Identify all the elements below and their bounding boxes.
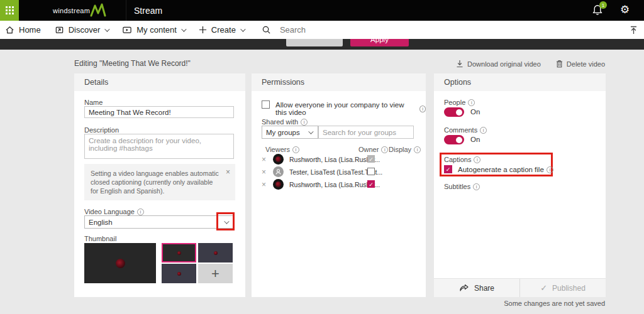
- waffle-icon: [6, 6, 14, 14]
- share-button[interactable]: Share: [434, 279, 519, 297]
- info-icon: [414, 146, 421, 153]
- remove-viewer-icon[interactable]: [262, 181, 266, 188]
- video-frame-logo: [177, 272, 181, 276]
- details-panel: Details Name Description Setting a video…: [74, 73, 245, 297]
- name-label: Name: [84, 99, 103, 106]
- permissions-panel-title: Permissions: [252, 73, 426, 91]
- viewers-column-header: Viewers: [265, 146, 299, 153]
- plus-icon: [199, 26, 207, 34]
- select-chevron-zone[interactable]: [218, 216, 233, 228]
- delete-video-link[interactable]: Delete video: [556, 60, 605, 68]
- trash-icon: [556, 60, 563, 68]
- nav-discover[interactable]: Discover: [55, 25, 109, 35]
- scroll-to-top-button[interactable]: [629, 25, 638, 38]
- avatar: [273, 179, 284, 190]
- video-frame-logo: [214, 251, 218, 255]
- search-box[interactable]: Search: [262, 25, 306, 35]
- delete-link-label: Delete video: [567, 60, 605, 68]
- settings-gear-button[interactable]: ⚙: [620, 3, 630, 17]
- allow-everyone-label-text: Allow everyone in your company to view t…: [275, 101, 417, 116]
- share-icon: [459, 284, 469, 293]
- people-toggle-on[interactable]: [444, 107, 464, 117]
- page-title: Editing "Meeting That We Record!": [74, 59, 191, 68]
- select-chevron-zone[interactable]: [303, 126, 318, 138]
- home-icon: [5, 25, 14, 35]
- people-label: People: [444, 99, 475, 106]
- permissions-panel: Permissions Allow everyone in your compa…: [252, 73, 426, 297]
- unsaved-changes-note: Some changes are not yet saved: [504, 300, 605, 307]
- close-icon[interactable]: [226, 167, 230, 177]
- autogenerate-caption-label-text: Autogenerate a caption file: [458, 166, 544, 173]
- shared-with-label: Shared with: [262, 118, 308, 126]
- published-button-label: Published: [552, 284, 586, 293]
- comments-label-text: Comments: [444, 126, 477, 134]
- thumbnail-preview[interactable]: [84, 243, 156, 283]
- nav-home[interactable]: Home: [5, 25, 41, 35]
- windstream-logo-text: windstream: [53, 7, 90, 14]
- search-placeholder: Search: [280, 25, 306, 35]
- comments-toggle-on[interactable]: [444, 135, 464, 144]
- subtitles-label: Subtitles: [444, 183, 480, 190]
- description-textarea[interactable]: [84, 134, 234, 159]
- video-frame-logo: [116, 259, 125, 268]
- nav-create[interactable]: Create: [199, 25, 244, 35]
- group-search-input[interactable]: [318, 126, 414, 139]
- allow-everyone-label: Allow everyone in your company to view t…: [275, 101, 426, 116]
- details-panel-title: Details: [74, 73, 245, 91]
- windstream-logo[interactable]: windstream: [53, 0, 108, 21]
- apply-button[interactable]: Apply: [350, 39, 409, 46]
- chevron-down-icon: [224, 219, 229, 224]
- people-toggle-state: On: [470, 108, 480, 116]
- autogenerate-caption-checkbox[interactable]: [444, 165, 452, 173]
- info-icon: [301, 119, 308, 126]
- thumbnail-label: Thumbnail: [84, 235, 116, 242]
- top-app-bar: windstream Stream 1 ⚙: [0, 0, 644, 21]
- editor-action-bar: Apply: [0, 39, 644, 50]
- chevron-down-icon: [181, 26, 186, 31]
- allow-everyone-checkbox[interactable]: [262, 100, 270, 109]
- upload-custom-thumbnail-button[interactable]: [198, 264, 233, 283]
- download-link-label: Download original video: [467, 60, 541, 68]
- owner-header-text: Owner: [358, 146, 379, 153]
- video-language-label-text: Video Language: [84, 208, 135, 215]
- video-content-icon: [122, 25, 132, 35]
- owner-checkbox[interactable]: [367, 168, 375, 175]
- info-icon: [292, 146, 299, 153]
- chevron-down-icon: [104, 26, 109, 31]
- video-frame-logo: [177, 251, 181, 255]
- owner-checkbox-checked[interactable]: [367, 180, 375, 188]
- windstream-wave-icon: [90, 3, 108, 18]
- info-icon: [419, 106, 426, 112]
- remove-viewer-icon[interactable]: [262, 168, 266, 176]
- video-language-select[interactable]: English: [84, 215, 234, 229]
- nav-discover-label: Discover: [69, 25, 101, 35]
- thumbnail-option-3[interactable]: [162, 264, 196, 283]
- viewer-row: Rushworth, Lisa (Lisa.Rushw...: [252, 154, 426, 166]
- nav-home-label: Home: [19, 25, 41, 35]
- published-button[interactable]: ✓ Published: [520, 279, 606, 297]
- video-language-value: English: [89, 219, 113, 226]
- viewer-row: Tester, LisaTest (LisaTest.Test...: [252, 166, 426, 179]
- nav-my-content[interactable]: My content: [122, 25, 185, 35]
- name-input[interactable]: [84, 106, 234, 118]
- options-panel: Options People On Comments On Captions A…: [434, 73, 606, 297]
- remove-viewer-icon[interactable]: [262, 156, 266, 163]
- video-language-label: Video Language: [84, 208, 144, 215]
- app-launcher-button[interactable]: [0, 0, 19, 21]
- share-group-type-value: My groups: [266, 129, 300, 136]
- gray-action-button[interactable]: [286, 39, 343, 46]
- info-icon: [381, 146, 388, 153]
- thumbnail-option-2[interactable]: [198, 243, 233, 263]
- description-label: Description: [84, 126, 119, 134]
- subtitles-label-text: Subtitles: [444, 183, 470, 190]
- chevron-down-icon: [308, 129, 313, 134]
- info-icon: [473, 183, 480, 190]
- viewer-name: Rushworth, Lisa (Lisa.Rushw...: [289, 181, 380, 188]
- download-original-video-link[interactable]: Download original video: [456, 60, 541, 68]
- info-icon: [547, 166, 553, 173]
- options-panel-title: Options: [434, 73, 606, 91]
- info-icon: [137, 208, 144, 215]
- search-icon: [262, 25, 271, 35]
- share-group-type-select[interactable]: My groups: [262, 126, 318, 139]
- thumbnail-option-selected[interactable]: [162, 243, 196, 263]
